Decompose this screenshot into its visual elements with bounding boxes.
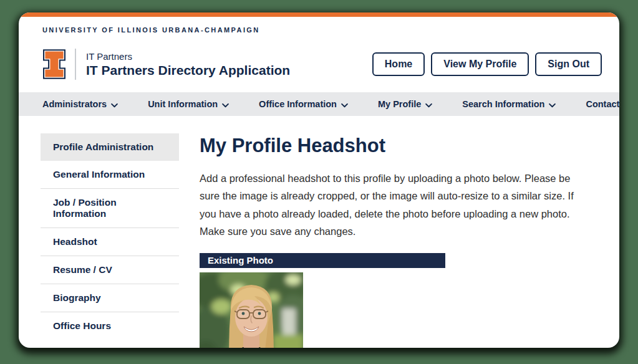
header-button[interactable]: Sign Out: [535, 52, 602, 76]
nav-item: Search Information: [462, 98, 556, 110]
nav-link[interactable]: Search Information: [462, 98, 556, 110]
header-button[interactable]: Home: [372, 52, 425, 76]
nav-link[interactable]: Office Information: [259, 98, 348, 110]
nav-item: Contact Us: [586, 98, 619, 110]
sidebar-link[interactable]: Biography: [41, 284, 179, 312]
sidebar-item: Biography: [41, 284, 179, 312]
nav-link[interactable]: Unit Information: [148, 98, 229, 110]
primary-nav-list: Administrators Unit Information Office I…: [42, 92, 596, 116]
nav-link[interactable]: Contact Us: [586, 98, 619, 110]
app-window: UNIVERSITY OF ILLINOIS URBANA-CHAMPAIGN …: [19, 12, 619, 348]
nav-item: Office Information: [259, 98, 348, 110]
existing-photo-banner: Existing Photo: [200, 253, 445, 268]
chevron-down-icon: [222, 100, 229, 110]
sidebar-item: Profile Administration: [41, 133, 179, 161]
nav-item: My Profile: [378, 98, 432, 110]
header-button[interactable]: View My Profile: [431, 52, 529, 76]
primary-nav: Administrators Unit Information Office I…: [19, 92, 619, 116]
sidebar-link[interactable]: Office Hours: [41, 312, 179, 340]
main-panel: My Profile Headshot Add a professional h…: [200, 133, 596, 348]
university-banner: UNIVERSITY OF ILLINOIS URBANA-CHAMPAIGN: [19, 17, 619, 35]
page-description: Add a professional headshot to this prof…: [200, 170, 591, 241]
nav-item: Unit Information: [148, 98, 229, 110]
sidebar-link[interactable]: Headshot: [41, 228, 179, 256]
header-buttons: HomeView My ProfileSign Out: [372, 52, 602, 76]
sidebar-list: Profile Administration General Informati…: [41, 133, 179, 340]
block-i-logo-icon: [42, 49, 66, 80]
masthead: IT Partners IT Partners Directory Applic…: [19, 35, 619, 92]
chevron-down-icon: [425, 100, 432, 110]
nav-link[interactable]: My Profile: [378, 98, 432, 110]
sidebar-item: Headshot: [41, 228, 179, 256]
brand: IT Partners IT Partners Directory Applic…: [42, 49, 290, 80]
nav-link[interactable]: Administrators: [42, 98, 118, 110]
sidebar-item: Resume / CV: [41, 256, 179, 284]
brand-title: IT Partners Directory Application: [86, 63, 290, 78]
nav-label: My Profile: [378, 99, 421, 109]
chevron-down-icon: [549, 100, 556, 110]
nav-label: Unit Information: [148, 99, 218, 109]
brand-text: IT Partners IT Partners Directory Applic…: [86, 51, 290, 78]
nav-item: Administrators: [42, 98, 118, 110]
sidebar-item: Office Hours: [41, 312, 179, 340]
brand-divider: [75, 49, 76, 80]
brand-name: IT Partners: [86, 51, 290, 62]
sidebar: Profile Administration General Informati…: [41, 133, 179, 348]
chevron-down-icon: [341, 100, 348, 110]
sidebar-link[interactable]: Job / Position Information: [41, 189, 179, 228]
chevron-down-icon: [111, 100, 118, 110]
sidebar-item: General Information: [41, 161, 179, 189]
sidebar-link[interactable]: General Information: [41, 161, 179, 188]
content-area: Profile Administration General Informati…: [19, 116, 619, 348]
page-title: My Profile Headshot: [200, 135, 596, 157]
sidebar-link[interactable]: Resume / CV: [41, 256, 179, 284]
nav-label: Administrators: [42, 99, 107, 109]
top-accent-bar: [19, 12, 619, 17]
sidebar-item: Job / Position Information: [41, 189, 179, 228]
headshot-photo: [200, 272, 303, 348]
university-wordmark: UNIVERSITY OF ILLINOIS URBANA-CHAMPAIGN: [42, 26, 260, 34]
nav-label: Contact Us: [586, 99, 619, 109]
nav-label: Search Information: [462, 99, 544, 109]
sidebar-link[interactable]: Profile Administration: [41, 133, 179, 161]
nav-label: Office Information: [259, 99, 337, 109]
